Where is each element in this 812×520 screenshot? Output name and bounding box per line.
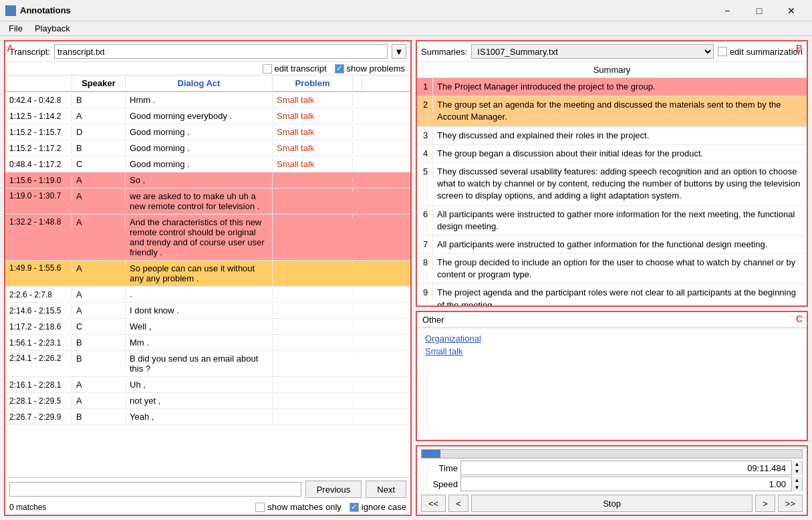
speaker-cell: B: [72, 142, 126, 154]
time-cell: 1:19.0 - 1:30.7: [5, 188, 72, 202]
window-controls: − □ ✕: [712, 1, 807, 21]
maximize-button[interactable]: □: [744, 1, 775, 21]
next-button[interactable]: Next: [366, 481, 406, 498]
time-cell: 2:2.6 - 2:7.8: [5, 289, 72, 301]
time-cell: 1:56.1 - 2:23.1: [5, 337, 72, 349]
previous-button[interactable]: Previous: [305, 481, 362, 498]
problem-col-header: Problem: [273, 76, 353, 91]
dialog-cell: So ,: [126, 174, 273, 186]
problem-cell: [273, 400, 353, 402]
table-row: 0:48.4 - 1:17.2 C Good morning . Small t…: [5, 156, 410, 172]
time-down-button[interactable]: ▼: [792, 468, 802, 475]
summary-row: 4 The group began a discussion about the…: [417, 145, 807, 163]
table-row: 1:32.2 - 1:48.8 A And the characteristic…: [5, 215, 410, 261]
time-up-button[interactable]: ▲: [792, 461, 802, 468]
stop-button[interactable]: Stop: [471, 495, 753, 512]
other-body: Organizational Small talk: [417, 328, 807, 362]
edit-transcript-checkbox[interactable]: edit transcript: [263, 63, 327, 74]
table-row: 2:24.1 - 2:26.2 B B did you send us an e…: [5, 351, 410, 377]
time-cell: 2:26.7 - 2:29.9: [5, 411, 72, 423]
ignore-case-box[interactable]: ✓: [350, 503, 359, 512]
dialog-cell: B did you send us an email about this ?: [126, 351, 273, 376]
speed-up-button[interactable]: ▲: [792, 477, 802, 484]
progress-bar-container: [417, 446, 807, 460]
search-bar: Previous Next: [5, 477, 410, 501]
show-matches-label: show matches only: [267, 502, 342, 512]
summary-num: 2: [417, 96, 433, 112]
speaker-cell: A: [72, 110, 126, 122]
time-input-box: 09:11.484 ▲ ▼: [460, 461, 803, 475]
time-cell: 2:16.1 - 2:28.1: [5, 379, 72, 391]
speaker-cell: A: [72, 261, 126, 275]
search-input[interactable]: [9, 482, 301, 497]
summary-body[interactable]: 1 The Project Manager introduced the pro…: [417, 78, 807, 305]
playback-menu[interactable]: Playback: [29, 21, 76, 35]
progress-fill: [422, 450, 440, 458]
speaker-cell: D: [72, 126, 126, 138]
dialog-cell: Good morning .: [126, 158, 273, 170]
summary-row: 2 The group set an agenda for the meetin…: [417, 96, 807, 126]
forward-fast-button[interactable]: >>: [778, 495, 803, 512]
dialog-cell: Good morning .: [126, 142, 273, 154]
summaries-select[interactable]: IS1007_Summary.txt: [471, 44, 714, 59]
summary-row: 8 The group decided to include an option…: [417, 254, 807, 284]
app-icon: [5, 5, 16, 16]
problem-cell: [273, 261, 353, 263]
problem-cell: Small talk: [273, 126, 353, 138]
show-matches-checkbox[interactable]: show matches only: [255, 502, 342, 512]
speed-down-button[interactable]: ▼: [792, 484, 802, 491]
edit-sum-box[interactable]: [718, 47, 727, 56]
time-cell: 0:48.4 - 1:17.2: [5, 158, 72, 170]
summary-num: 8: [417, 254, 433, 270]
edit-transcript-label: edit transcript: [275, 63, 327, 74]
dialog-cell: Good morning .: [126, 126, 273, 138]
forward-button[interactable]: >: [755, 495, 775, 512]
summary-text: All participants were instructed to gath…: [433, 206, 807, 235]
summary-text: The group set an agenda for the meeting …: [433, 96, 807, 126]
summary-text: The group began a discussion about their…: [433, 145, 807, 162]
small-talk-link[interactable]: Small talk: [425, 345, 799, 358]
time-cell: 1:15.2 - 1:15.7: [5, 126, 72, 138]
close-button[interactable]: ✕: [776, 1, 807, 21]
dialog-cell: Uh ,: [126, 378, 273, 391]
ignore-case-label: ignore case: [362, 502, 406, 512]
show-problems-box[interactable]: ✓: [335, 64, 344, 74]
table-row: 1:12.5 - 1:14.2 A Good morning everybody…: [5, 108, 410, 124]
speed-row: Speed 1.00 ▲ ▼: [417, 476, 807, 492]
time-cell: 1:15.6 - 1:19.0: [5, 174, 72, 186]
speaker-cell: B: [72, 410, 126, 423]
ignore-case-checkbox[interactable]: ✓ ignore case: [350, 502, 406, 512]
speaker-cell: A: [72, 215, 126, 229]
dialog-cell: not yet ,: [126, 394, 273, 407]
problem-cell: [273, 326, 353, 328]
speed-spinner: ▲ ▼: [791, 477, 802, 491]
summary-row: 1 The Project Manager introduced the pro…: [417, 78, 807, 96]
speaker-cell: B: [72, 336, 126, 349]
edit-transcript-box[interactable]: [263, 64, 272, 74]
show-matches-box[interactable]: [255, 503, 265, 512]
speaker-cell: A: [72, 394, 126, 407]
summary-text: All participants were instructed to gath…: [433, 236, 807, 253]
rewind-fast-button[interactable]: <<: [421, 495, 446, 512]
speaker-cell: A: [72, 288, 126, 301]
table-row: 0:42.4 - 0:42.8 B Hmm . Small talk: [5, 92, 410, 108]
summary-text: The Project Manager introduced the proje…: [433, 78, 807, 96]
problem-cell: [273, 179, 353, 182]
file-menu[interactable]: File: [3, 21, 29, 35]
problem-cell: [273, 342, 353, 344]
summary-num: 4: [417, 145, 433, 161]
show-problems-checkbox[interactable]: ✓ show problems: [335, 63, 405, 74]
progress-bar[interactable]: [421, 449, 803, 459]
edit-summarization-checkbox[interactable]: edit summarization: [718, 47, 803, 57]
time-cell: 1:17.2 - 2:18.6: [5, 321, 72, 333]
table-body[interactable]: 0:42.4 - 0:42.8 B Hmm . Small talk 1:12.…: [5, 92, 410, 477]
dialog-cell: Good morning everybody .: [126, 110, 273, 122]
organizational-link[interactable]: Organizational: [425, 332, 799, 345]
rewind-button[interactable]: <: [448, 495, 468, 512]
transcript-input[interactable]: [54, 44, 388, 59]
speed-label: Speed: [421, 479, 458, 489]
menu-bar: File Playback: [0, 21, 812, 36]
minimize-button[interactable]: −: [712, 1, 742, 21]
transcript-dropdown[interactable]: ▼: [392, 44, 406, 59]
time-cell: 1:32.2 - 1:48.8: [5, 215, 72, 228]
